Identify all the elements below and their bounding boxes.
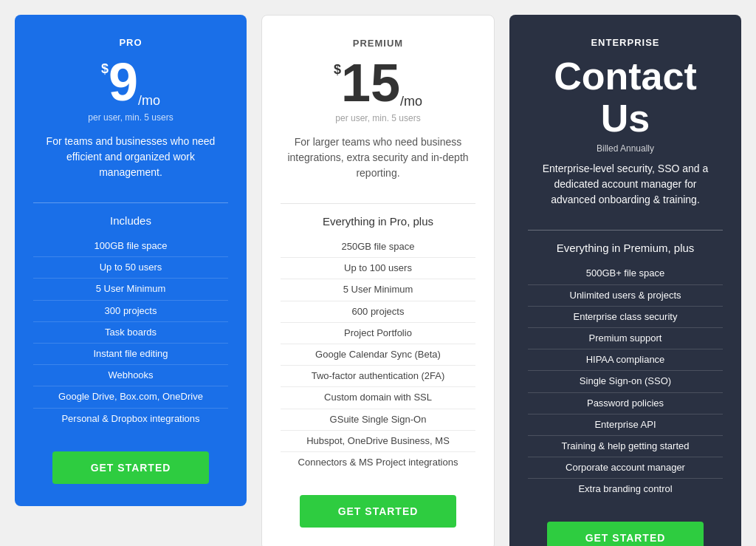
list-item: Instant file editing <box>33 344 228 365</box>
pro-includes-header: Includes <box>110 214 151 227</box>
pro-price-subtext: per user, min. 5 users <box>88 112 173 123</box>
list-item: 5 User Minimum <box>281 279 475 301</box>
list-item: 250GB file space <box>281 236 475 258</box>
enterprise-includes-header: Everything in Premium, plus <box>557 242 695 254</box>
pro-price-amount: 9 <box>109 55 138 109</box>
list-item: Personal & Dropbox integrations <box>33 409 228 429</box>
enterprise-features-list: 500GB+ file space Unlimited users & proj… <box>528 263 723 499</box>
list-item: Google Drive, Box.com, OneDrive <box>33 386 228 408</box>
list-item: Two-factor authentication (2FA) <box>281 366 475 387</box>
list-item: 300 projects <box>33 301 228 322</box>
enterprise-card: ENTERPRISE Contact Us Billed Annually En… <box>509 15 741 546</box>
premium-price-dollar: $ <box>334 62 341 78</box>
pro-get-started-button[interactable]: GET STARTED <box>52 451 208 484</box>
list-item: Google Calendar Sync (Beta) <box>281 344 475 366</box>
list-item: Up to 50 users <box>33 257 228 279</box>
pricing-container: PRO $ 9 /mo per user, min. 5 users For t… <box>15 15 741 546</box>
list-item: Password policies <box>528 393 723 414</box>
pro-price-wrapper: $ 9 /mo <box>101 55 160 109</box>
list-item: Task boards <box>33 322 228 344</box>
list-item: Corporate account manager <box>528 457 723 479</box>
list-item: Single Sign-on (SSO) <box>528 371 723 392</box>
premium-price-subtext: per user, min. 5 users <box>335 113 420 123</box>
list-item: Webhooks <box>33 365 228 386</box>
list-item: Enterprise API <box>528 414 723 436</box>
list-item: HIPAA compliance <box>528 349 723 371</box>
list-item: Unlimited users & projects <box>528 285 723 307</box>
premium-includes-header: Everything in Pro, plus <box>323 215 433 228</box>
pro-price-dollar: $ <box>101 61 109 77</box>
list-item: 500GB+ file space <box>528 263 723 284</box>
premium-price-wrapper: $ 15 /mo <box>334 56 422 109</box>
enterprise-contact-us: Contact Us <box>528 55 723 140</box>
premium-features-list: 250GB file space Up to 100 users 5 User … <box>281 236 475 473</box>
list-item: Premium support <box>528 328 723 349</box>
pro-card: PRO $ 9 /mo per user, min. 5 users For t… <box>15 15 247 506</box>
pro-divider <box>33 202 228 203</box>
list-item: Enterprise class security <box>528 307 723 328</box>
premium-card: PREMIUM $ 15 /mo per user, min. 5 users … <box>261 15 495 546</box>
list-item: Extra branding control <box>528 479 723 499</box>
list-item: GSuite Single Sign-On <box>281 409 475 431</box>
enterprise-billed-annually: Billed Annually <box>597 143 654 154</box>
list-item: Up to 100 users <box>281 258 475 279</box>
list-item: Training & help getting started <box>528 436 723 457</box>
pro-plan-name: PRO <box>119 37 142 48</box>
enterprise-plan-name: ENTERPRISE <box>591 37 659 48</box>
list-item: Project Portfolio <box>281 323 475 344</box>
list-item: Custom domain with SSL <box>281 387 475 409</box>
premium-price-amount: 15 <box>341 56 400 109</box>
enterprise-description: Enterprise-level security, SSO and a ded… <box>528 161 723 208</box>
premium-divider <box>281 203 475 204</box>
list-item: 5 User Minimum <box>33 279 228 300</box>
list-item: Hubspot, OneDrive Business, MS <box>281 431 475 452</box>
enterprise-get-started-button[interactable]: GET STARTED <box>547 522 703 546</box>
pro-features-list: 100GB file space Up to 50 users 5 User M… <box>33 236 228 429</box>
list-item: 600 projects <box>281 301 475 323</box>
list-item: 100GB file space <box>33 236 228 257</box>
premium-price-mo: /mo <box>400 94 422 109</box>
premium-description: For larger teams who need business integ… <box>281 134 475 181</box>
enterprise-divider <box>528 230 723 231</box>
premium-plan-name: PREMIUM <box>353 38 403 49</box>
pro-price-mo: /mo <box>138 93 160 109</box>
premium-get-started-button[interactable]: GET STARTED <box>300 495 456 528</box>
list-item: Connectors & MS Project integrations <box>281 452 475 473</box>
pro-description: For teams and businesses who need effici… <box>33 134 228 180</box>
